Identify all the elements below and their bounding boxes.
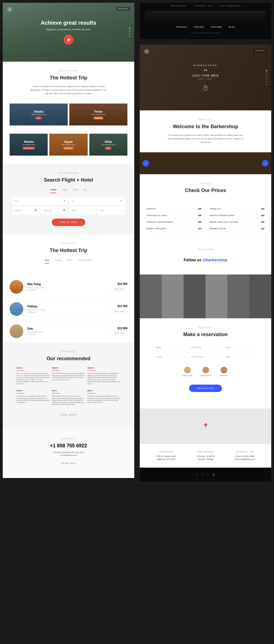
footer: 𝕏 f t ▣ (140, 468, 271, 482)
instagram-image[interactable] (162, 296, 184, 318)
avatar (221, 367, 227, 373)
instagram-image[interactable] (206, 296, 227, 318)
name-input[interactable]: Name (153, 343, 188, 352)
tab-flight[interactable]: Flight (62, 188, 67, 193)
nav-explore[interactable]: EXPLORE (211, 26, 222, 28)
barber-option[interactable]: Nicholas Flores (200, 367, 212, 376)
instagram-image[interactable] (206, 274, 227, 296)
date-select[interactable]: 10 Oct 2015⌄ (188, 343, 223, 352)
tour-image (10, 302, 23, 316)
barber-option[interactable]: Ralph Curtis (183, 367, 192, 376)
eyebrow: DESTINATIONS (10, 70, 127, 72)
adult-select[interactable]: Adult⌄ (69, 207, 96, 214)
service-select[interactable]: Service⌄ (153, 352, 188, 361)
menu-icon[interactable] (144, 49, 149, 54)
section-title: Our recommended (10, 356, 127, 362)
travel-hero: BOOKING Achieve great results Magazines,… (3, 3, 134, 62)
instagram-image[interactable] (162, 274, 184, 296)
nav-product[interactable]: PRODUCT (176, 26, 187, 28)
to-input[interactable]: To📍 (69, 197, 125, 205)
gallery-prev-button[interactable]: ‹ (142, 160, 149, 167)
phone-input[interactable]: Phone number (188, 352, 223, 361)
page-dots[interactable] (129, 28, 130, 37)
instagram-image[interactable] (140, 296, 162, 318)
instagram-image[interactable] (227, 274, 249, 296)
tour-item: PattayaTailand, 10 days, 9 night4 Attrac… (3, 298, 134, 320)
tab-train[interactable]: Train (73, 188, 78, 193)
gallery: ‹ › (140, 152, 271, 174)
eyebrow: HOT TOUR (10, 242, 127, 244)
instagram-handle[interactable]: @barbershop (202, 258, 227, 262)
twitter-icon[interactable]: 𝕏 (196, 473, 198, 476)
instagram-image[interactable] (249, 296, 271, 318)
price-row: STRAIGHT RAZOR SHAVE$45 (147, 219, 201, 225)
instagram-image[interactable] (140, 274, 162, 296)
section-title: Make a reservation (147, 332, 264, 337)
booking-button[interactable]: BOOKING (116, 7, 130, 11)
destination-card[interactable]: Alaska 12 available hotel ARGENTINA (10, 134, 48, 156)
calendar-icon: 📅 (63, 210, 65, 212)
instagram-image[interactable] (227, 296, 249, 318)
nav-blog[interactable]: BLOG (229, 26, 235, 28)
checkin-input[interactable]: Check In📅 (12, 207, 39, 214)
eyebrow: BOOKING (147, 327, 264, 328)
show-map-button[interactable]: SHOW MAP (10, 457, 127, 470)
play-button[interactable] (64, 35, 73, 45)
star-rating: ★★★★★ (87, 392, 121, 394)
tab-hotels[interactable]: Hotels (50, 188, 56, 193)
book-button[interactable]: BOOK NOW (112, 331, 127, 336)
destination-card[interactable]: Alaska 2100 available hotel USA (10, 104, 68, 125)
email-input[interactable]: Email (223, 352, 258, 361)
find-tour-button[interactable]: FIND MY TOUR (52, 219, 85, 226)
tab-car[interactable]: Car (83, 188, 87, 193)
destination-card[interactable]: Texas 540 available hotel CANADA (69, 104, 127, 125)
instagram-grid (140, 274, 271, 318)
destination-card[interactable]: Egypt 540 available hotel BRASILIA (49, 134, 87, 156)
footer-hours: OUR HOURS10:00 AM - 22:00 PMMonday - Sun… (186, 451, 225, 461)
section-title: The Hottest Trip (10, 248, 127, 253)
tab-africa[interactable]: Africa (67, 259, 73, 264)
reservation-button[interactable]: RESERVATION (189, 385, 222, 392)
kids-select[interactable]: Kids⌄ (98, 207, 125, 214)
facebook-icon[interactable]: f (202, 473, 203, 476)
section-title: Check Our Prices (147, 188, 264, 193)
show-more-button[interactable]: SHOW MORE (10, 408, 127, 421)
map[interactable]: 📍 (140, 408, 271, 444)
barber-option[interactable]: Jacob Hunt (220, 367, 228, 376)
eyebrow: SERVICE (147, 182, 264, 184)
book-button[interactable]: BOOK NOW (112, 309, 127, 313)
nav-pricing[interactable]: PRICING (194, 26, 204, 28)
gallery-next-button[interactable]: › (262, 160, 269, 167)
price-row: HAIRCUT$45 (147, 206, 201, 212)
from-input[interactable]: From📍 (12, 197, 68, 205)
chevron-down-icon: ⌄ (121, 209, 122, 212)
tour-item: Nha TrangVietnam, 2 days, 1 night4 Attra… (3, 276, 134, 298)
star-rating: ★★★★★ (87, 370, 121, 372)
review-item: Anif J.★★★★★While booking a cruise on Pr… (52, 390, 85, 408)
instagram-follow: Follow us @barbershop (147, 254, 264, 266)
chevron-down-icon: ⌄ (183, 356, 185, 358)
tab-asia[interactable]: Asia (45, 259, 49, 264)
instagram-image[interactable] (184, 274, 206, 296)
price-row: CREW CUT$45 (210, 206, 264, 212)
review-item: Alans R.★★★★★Cory is the best! My hone a… (52, 367, 85, 388)
booking-button[interactable]: BOOKING (253, 49, 267, 53)
time-select[interactable]: 19:00⌄ (223, 343, 258, 352)
tumblr-icon[interactable]: t (207, 473, 208, 476)
checkout-input[interactable]: Check Out📅 (41, 207, 68, 214)
email: contact@travel.com (10, 454, 127, 456)
instagram-image[interactable] (184, 296, 206, 318)
tab-europe[interactable]: Europe (55, 259, 62, 264)
review-item: Dani Y.★★★★★Our agency is also great abo… (87, 390, 121, 408)
scissors-icon: ✂ (192, 68, 219, 73)
tab-north-america[interactable]: North America (78, 259, 92, 264)
instagram-image[interactable] (249, 274, 271, 296)
menu-icon[interactable] (7, 7, 12, 12)
review-item: Janice C.★★★★★Yvette was extremely helpf… (87, 367, 121, 388)
destination-card[interactable]: Altay 120 available hotel USA (89, 134, 127, 156)
page-dots[interactable] (266, 70, 267, 85)
price-row: BARBER FACIAL$15 (210, 225, 264, 232)
book-button[interactable]: BOOK NOW (112, 287, 127, 291)
instagram-icon[interactable]: ▣ (212, 473, 215, 476)
review-item: Liana F.★★★★★So quick and easy. I droppe… (16, 390, 50, 408)
